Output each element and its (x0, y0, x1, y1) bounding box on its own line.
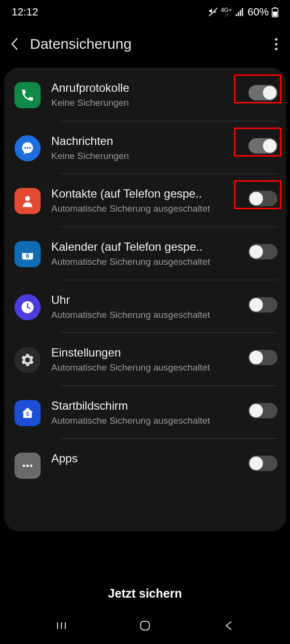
chat-icon (14, 135, 41, 161)
list-item[interactable]: Kontakte (auf Telefon gespe..Automatisch… (4, 173, 286, 227)
nav-back-button[interactable] (222, 619, 235, 632)
svg-point-7 (29, 147, 31, 149)
item-subtitle: Automatische Sicherung ausgeschaltet (51, 256, 238, 268)
svg-text:S: S (26, 412, 29, 417)
item-subtitle: Automatische Sicherung ausgeschaltet (51, 202, 238, 215)
item-text: Kalender (auf Telefon gespe..Automatisch… (51, 240, 238, 268)
list-item[interactable]: SStartbildschirmAutomatische Sicherung a… (4, 386, 286, 439)
toggle-switch[interactable] (248, 191, 277, 206)
list-item[interactable]: AnrufprotokolleKeine Sicherungen (4, 68, 286, 121)
page-title: Datensicherung (30, 36, 264, 52)
backup-now-button[interactable]: Jetzt sichern (0, 569, 290, 610)
item-subtitle: Automatische Sicherung ausgeschaltet (51, 361, 238, 374)
toggle-switch[interactable] (248, 403, 277, 418)
svg-point-6 (27, 147, 29, 149)
svg-text:6: 6 (26, 252, 29, 259)
item-text: AnrufprotokolleKeine Sicherungen (51, 81, 238, 109)
item-text: Kontakte (auf Telefon gespe..Automatisch… (51, 187, 238, 215)
list-item[interactable]: NachrichtenKeine Sicherungen (4, 121, 286, 174)
battery-percent: 60% (247, 6, 269, 18)
item-title: Nachrichten (51, 134, 238, 148)
svg-point-15 (23, 465, 25, 467)
item-text: Apps (51, 452, 238, 467)
home-button[interactable] (138, 619, 152, 632)
signal-icon (235, 7, 245, 17)
toggle-switch[interactable] (248, 456, 277, 471)
calendar-icon: 6 (14, 241, 41, 267)
status-time: 12:12 (12, 6, 38, 18)
item-title: Anrufprotokolle (51, 81, 238, 95)
item-subtitle: Automatische Sicherung ausgeschaltet (51, 415, 238, 427)
item-title: Apps (51, 452, 238, 465)
status-right: 4G+ ↓↑ 60% (208, 6, 278, 18)
svg-rect-21 (141, 621, 149, 630)
mute-icon (208, 7, 218, 17)
gear-icon (14, 347, 41, 373)
item-text: StartbildschirmAutomatische Sicherung au… (51, 399, 238, 427)
status-bar: 12:12 4G+ ↓↑ 60% (0, 0, 290, 22)
item-text: UhrAutomatische Sicherung ausgeschaltet (51, 293, 238, 321)
list-item[interactable]: Apps (4, 438, 286, 490)
list-item[interactable]: UhrAutomatische Sicherung ausgeschaltet (4, 280, 286, 333)
home-icon: S (14, 400, 41, 426)
svg-rect-2 (274, 7, 276, 8)
settings-card: AnrufprotokolleKeine SicherungenNachrich… (4, 68, 286, 531)
nav-bar (0, 610, 290, 644)
more-menu-button[interactable] (275, 38, 280, 50)
toggle-switch[interactable] (248, 244, 277, 259)
toggle-switch[interactable] (248, 297, 277, 313)
item-subtitle: Keine Sicherungen (51, 150, 238, 162)
svg-point-8 (25, 196, 30, 201)
person-icon (14, 188, 41, 214)
network-icon: 4G+ ↓↑ (221, 7, 232, 17)
item-title: Einstellungen (51, 346, 238, 359)
phone-icon (14, 82, 41, 108)
list-item[interactable]: 6Kalender (auf Telefon gespe..Automatisc… (4, 227, 286, 280)
svg-point-17 (30, 465, 32, 467)
clock-icon (14, 294, 41, 320)
back-button[interactable] (10, 39, 19, 49)
recents-button[interactable] (55, 619, 68, 632)
item-subtitle: Automatische Sicherung ausgeschaltet (51, 309, 238, 321)
toggle-switch[interactable] (248, 138, 277, 154)
toggle-switch[interactable] (248, 350, 277, 365)
bottom-bar: Jetzt sichern (0, 569, 290, 644)
battery-icon (272, 7, 278, 17)
svg-line-0 (209, 8, 218, 16)
item-title: Kontakte (auf Telefon gespe.. (51, 187, 238, 200)
header: Datensicherung (0, 22, 290, 68)
item-title: Startbildschirm (51, 399, 238, 413)
item-text: NachrichtenKeine Sicherungen (51, 134, 238, 162)
item-text: EinstellungenAutomatische Sicherung ausg… (51, 346, 238, 374)
item-title: Uhr (51, 293, 238, 307)
dots-icon (14, 453, 41, 479)
list-item[interactable]: EinstellungenAutomatische Sicherung ausg… (4, 332, 286, 386)
settings-list: AnrufprotokolleKeine SicherungenNachrich… (4, 68, 286, 490)
svg-point-5 (24, 147, 26, 149)
item-subtitle: Keine Sicherungen (51, 97, 238, 109)
item-title: Kalender (auf Telefon gespe.. (51, 240, 238, 254)
svg-rect-3 (273, 12, 277, 16)
svg-point-16 (27, 465, 29, 467)
toggle-switch[interactable] (248, 85, 277, 100)
